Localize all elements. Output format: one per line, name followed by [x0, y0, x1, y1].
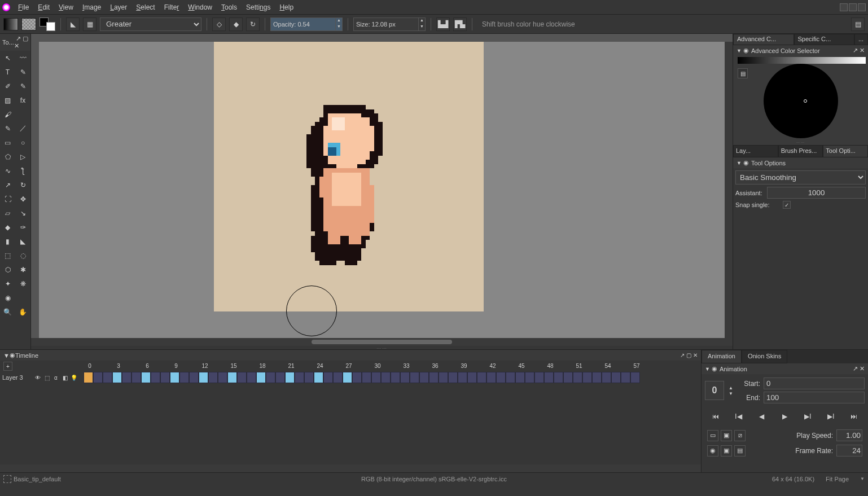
pattern-tool-icon[interactable]: ▨: [0, 93, 15, 107]
frame-cell[interactable]: [362, 372, 371, 383]
vertical-scrollbar[interactable]: [725, 42, 733, 338]
frame-cell[interactable]: [592, 372, 602, 383]
polyline-tool-icon[interactable]: ⬠: [0, 150, 15, 164]
frame-cell[interactable]: [179, 372, 189, 383]
current-frame-display[interactable]: 0: [705, 381, 724, 400]
transform-tool-icon[interactable]: ✥: [15, 192, 30, 206]
tab-layers[interactable]: Lay...: [733, 145, 778, 157]
frame-cell[interactable]: [544, 372, 554, 383]
pan-tool-icon[interactable]: ✋: [15, 305, 30, 319]
frame-cell[interactable]: [218, 372, 227, 383]
menu-layer[interactable]: Layer: [106, 2, 131, 13]
next-frame-icon[interactable]: ▶Ⅰ: [801, 410, 814, 423]
frame-rate-input[interactable]: [836, 445, 862, 457]
layer-alpha-icon[interactable]: α: [52, 374, 60, 381]
layer-lock-icon[interactable]: ⬚: [43, 374, 51, 381]
window-maximize-button[interactable]: [849, 3, 857, 11]
frame-cell[interactable]: [602, 372, 611, 383]
frame-cell[interactable]: [170, 372, 179, 383]
frame-cell[interactable]: [506, 372, 515, 383]
size-slider[interactable]: Size: 12.08 px ▲▼: [353, 17, 426, 31]
tab-animation[interactable]: Animation: [702, 350, 742, 363]
color-history-icon[interactable]: ▤: [738, 68, 748, 78]
frame-cell[interactable]: [429, 372, 439, 383]
frame-cell[interactable]: [477, 372, 486, 383]
snap-single-checkbox[interactable]: ✓: [783, 201, 791, 209]
frame-cell[interactable]: [131, 372, 141, 383]
frame-cell[interactable]: [630, 372, 640, 383]
tab-advanced-color[interactable]: Advanced C...: [733, 34, 794, 45]
frame-cell[interactable]: [122, 372, 131, 383]
menu-view[interactable]: View: [54, 2, 78, 13]
frame-cell[interactable]: [554, 372, 563, 383]
frame-cell[interactable]: [621, 372, 630, 383]
frame-cell[interactable]: [458, 372, 467, 383]
frame-cell[interactable]: [314, 372, 323, 383]
prev-key-icon[interactable]: Ⅰ◀: [733, 410, 745, 423]
brush-tool-icon[interactable]: 🖌: [0, 107, 15, 121]
next-key-icon[interactable]: ▶Ⅰ: [825, 410, 837, 423]
frame-cell[interactable]: [189, 372, 199, 383]
vertical-ruler[interactable]: [31, 42, 39, 338]
frame-cell[interactable]: [247, 372, 256, 383]
layer-onion-icon[interactable]: ◧: [61, 374, 69, 381]
timeline-float-icon[interactable]: ▢: [686, 352, 691, 358]
frame-cell[interactable]: [496, 372, 506, 383]
crop-tool-icon[interactable]: ⛶: [0, 192, 15, 206]
brush-options-icon[interactable]: ◣: [66, 17, 80, 31]
swatches-icon[interactable]: ▦: [83, 17, 97, 31]
dup-frames-icon[interactable]: ▣: [721, 430, 732, 441]
window-minimize-button[interactable]: [840, 3, 848, 11]
drop-frames-icon[interactable]: ▭: [707, 430, 718, 441]
onion-icon[interactable]: ◉: [707, 445, 718, 457]
frame-cell[interactable]: [151, 372, 160, 383]
frame-cell[interactable]: [371, 372, 381, 383]
tab-specific-color[interactable]: Specific C...: [794, 34, 855, 45]
gradient-tool-icon[interactable]: ▮: [0, 234, 15, 248]
color-selector[interactable]: ▤ ⋯⋯: [733, 56, 868, 145]
edit-shapes-tool-icon[interactable]: ✐: [0, 79, 15, 93]
timeline-scrollbar[interactable]: [0, 464, 701, 472]
mirror-horizontal-icon[interactable]: ▙▟: [436, 17, 450, 31]
smoothing-dropdown[interactable]: Basic Smoothing: [735, 170, 866, 185]
menu-edit[interactable]: Edit: [33, 2, 54, 13]
mirror-vertical-icon[interactable]: ▛▙: [453, 17, 467, 31]
frame-cell[interactable]: [227, 372, 237, 383]
skip-end-icon[interactable]: ⏭: [848, 410, 860, 423]
timeline-detach-icon[interactable]: ↗: [680, 352, 685, 358]
frame-cell[interactable]: [208, 372, 218, 383]
frame-cell[interactable]: [112, 372, 122, 383]
menu-tools[interactable]: Tools: [217, 2, 242, 13]
frame-cell[interactable]: [93, 372, 103, 383]
magic-wand-tool-icon[interactable]: ✦: [0, 276, 15, 291]
menu-help[interactable]: Help: [275, 2, 298, 13]
tab-tool-options[interactable]: Tool Opti...: [823, 145, 868, 157]
menu-settings[interactable]: Settings: [242, 2, 275, 13]
frame-cell[interactable]: [266, 372, 275, 383]
menu-image[interactable]: Image: [78, 2, 106, 13]
ellipse-tool-icon[interactable]: ○: [15, 135, 30, 150]
status-zoom-dropdown[interactable]: Fit Page: [826, 476, 849, 482]
value-gradient-bar[interactable]: [738, 57, 866, 64]
horizontal-ruler[interactable]: [31, 34, 733, 42]
frame-cell[interactable]: [141, 372, 151, 383]
alpha-lock-icon[interactable]: ◆: [229, 17, 243, 31]
frame-cell[interactable]: [323, 372, 333, 383]
freehand-tool-icon[interactable]: 〰: [15, 51, 30, 65]
frame-cell[interactable]: [391, 372, 400, 383]
move-tool-icon[interactable]: ↖: [0, 51, 15, 65]
dynamic-brush-tool-icon[interactable]: fx: [15, 93, 30, 107]
frame-cell[interactable]: [467, 372, 477, 383]
eyedropper-tool-icon[interactable]: ✎: [0, 121, 15, 135]
copy-range-icon[interactable]: ▤: [734, 445, 746, 457]
menu-file[interactable]: File: [14, 2, 33, 13]
tab-brush-presets[interactable]: Brush Pres...: [778, 145, 823, 157]
freehand-path-tool-icon[interactable]: ƪ: [15, 164, 30, 178]
rect-select-tool-icon[interactable]: ⬚: [0, 248, 15, 262]
frame-cell[interactable]: [304, 372, 314, 383]
timeline-layer-name[interactable]: Layer 3: [0, 374, 34, 381]
fill-tool-icon[interactable]: ◆: [0, 220, 15, 234]
ellipse-select-tool-icon[interactable]: ◌: [15, 248, 30, 262]
deform-tool-icon[interactable]: ↗: [0, 178, 15, 192]
layer-light-icon[interactable]: 💡: [70, 374, 78, 381]
